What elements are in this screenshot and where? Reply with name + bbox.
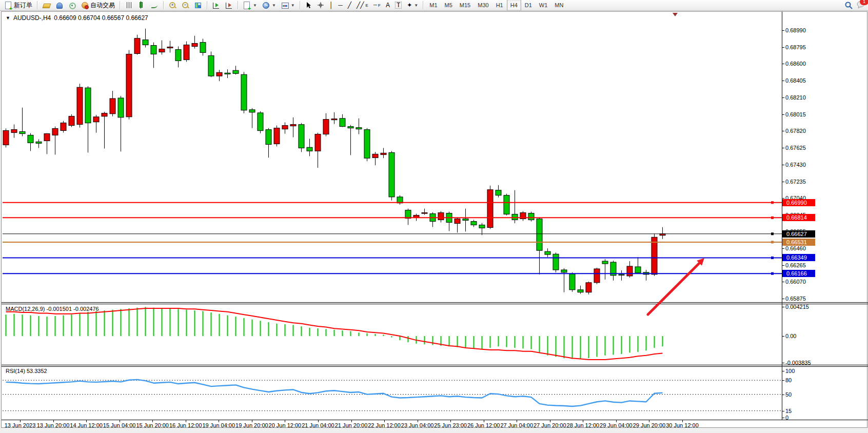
rsi-indicator-label: RSI(14) 53.3352 (6, 368, 47, 374)
candle-body-down (28, 135, 33, 143)
time-axis-label: 19 Jun 04:00 (202, 422, 235, 428)
timeframe-m15[interactable]: M15 (456, 0, 474, 11)
pane-separator-macd-rsi (2, 366, 868, 367)
timeframe-w1[interactable]: W1 (536, 0, 551, 11)
hline-icon: ─ (338, 2, 343, 8)
timeframe-m5[interactable]: M5 (441, 0, 456, 11)
hline-tool-button[interactable]: ─ (336, 1, 345, 10)
macd-tick-mark (782, 307, 784, 307)
candle-body-up (274, 128, 280, 144)
candle-body-up (102, 113, 107, 116)
candle-body-down (397, 197, 403, 203)
chart-shift-marker[interactable] (673, 13, 678, 16)
candle-body-down (258, 113, 263, 131)
candle-body-down (143, 40, 148, 45)
crosshair-icon (317, 2, 324, 9)
rsi-line (6, 380, 663, 406)
rsi-tick-mark (782, 395, 784, 395)
bar-chart-mode-button[interactable] (123, 1, 135, 10)
timeframe-h1[interactable]: H1 (492, 0, 507, 11)
timeframe-m30[interactable]: M30 (474, 0, 492, 11)
symbol-dropdown-icon[interactable]: ▼ (6, 15, 10, 21)
timeframe-m1[interactable]: M1 (426, 0, 441, 11)
community-button[interactable] (53, 1, 66, 10)
hline-handle[interactable] (771, 241, 774, 243)
time-axis-label: 22 Jun 12:00 (368, 422, 401, 428)
hline-handle[interactable] (771, 272, 774, 275)
hline-handle[interactable] (771, 232, 774, 235)
zoom-out-button[interactable]: − (179, 1, 192, 10)
timeframe-mn[interactable]: MN (551, 0, 567, 11)
price-tick-mark (782, 81, 784, 81)
hline-handle[interactable] (771, 201, 774, 204)
auto-scroll-icon (212, 2, 220, 9)
gold-icon (43, 2, 50, 9)
vline-tool-button[interactable]: │ (327, 1, 336, 10)
line-chart-mode-button[interactable] (148, 1, 161, 10)
crosshair-tool-button[interactable] (314, 1, 327, 10)
signals-button[interactable] (66, 1, 78, 10)
symbol-ohlc: 0.66609 0.66704 0.66567 0.66627 (54, 14, 148, 22)
candle-body-up (315, 134, 321, 151)
channel-icon: ╱╱ (357, 2, 364, 8)
timeframe-d1[interactable]: D1 (521, 0, 536, 11)
time-axis-label: 28 Jun 12:00 (567, 422, 600, 428)
rsi-tick-label: 80 (785, 377, 792, 384)
candle-body-down (233, 70, 239, 73)
notifications-button[interactable]: 1 (857, 1, 865, 9)
price-tick-mark (782, 299, 784, 299)
market-watch-button[interactable] (40, 1, 53, 10)
macd-tick-mark (782, 363, 784, 363)
fibonacci-tool-button[interactable]: ┄F (371, 1, 383, 10)
templates-button[interactable]: ▼ (279, 1, 298, 10)
chart-shift-button[interactable] (223, 1, 235, 10)
price-tick-mark (782, 64, 784, 64)
candle-body-up (372, 154, 378, 158)
candle-body-down (602, 261, 608, 264)
pane-separator-price-macd (2, 304, 868, 304)
indicators-button[interactable]: +▼ (241, 1, 260, 10)
candle-body-down (118, 98, 124, 117)
candle-body-up (126, 54, 132, 116)
price-tick-mark (782, 248, 784, 249)
autotrading-button[interactable]: 自动交易 (78, 1, 117, 10)
price-tick-mark (782, 282, 784, 282)
price-tick-label: 0.68600 (785, 61, 806, 67)
notification-badge: 1 (860, 0, 868, 5)
chart-window[interactable]: ▼ AUDUSD-,H4 0.66609 0.66704 0.66567 0.6… (1, 11, 867, 428)
cursor-tool-button[interactable] (303, 1, 314, 10)
candle-body-down (241, 74, 247, 110)
new-order-button[interactable]: + 新订单 (2, 1, 35, 10)
rsi-tick-label: 50 (785, 391, 792, 398)
channel-tool-button[interactable]: ╱╱E (354, 1, 371, 10)
fibonacci-icon: ┄ (373, 2, 377, 8)
time-axis-label: 30 Jun 12:00 (666, 422, 699, 428)
candle-chart-mode-button[interactable] (135, 1, 148, 10)
candle-body-up (3, 130, 9, 145)
periods-button[interactable]: ▼ (260, 1, 279, 10)
hline-handle[interactable] (771, 216, 774, 219)
timeframe-h4[interactable]: H4 (507, 0, 521, 11)
candle-body-down (471, 222, 477, 225)
candle-body-down (553, 254, 559, 270)
text-tool-button[interactable]: A (383, 1, 392, 10)
candle-body-down (479, 225, 485, 228)
time-axis-label: 14 Jun 12:00 (70, 422, 103, 428)
auto-scroll-button[interactable] (210, 1, 223, 10)
candle-body-down (561, 270, 567, 272)
new-order-icon: + (5, 2, 12, 9)
trendline-tool-button[interactable]: ╱ (345, 1, 354, 10)
annotation-arrow-head[interactable] (697, 258, 704, 266)
text-label-tool-button[interactable]: T (392, 1, 404, 10)
price-tick-label: 0.68015 (785, 111, 806, 118)
hline-handle[interactable] (771, 257, 774, 259)
chart-shift-icon (225, 2, 233, 9)
price-tick-label: 0.67820 (785, 128, 806, 134)
time-axis-label: 13 Jun 20:00 (37, 422, 70, 428)
annotation-arrow-shaft[interactable] (648, 263, 699, 314)
chart-title: ▼ AUDUSD-,H4 0.66609 0.66704 0.66567 0.6… (6, 14, 148, 22)
search-icon[interactable] (845, 2, 853, 9)
zoom-in-button[interactable]: + (166, 1, 179, 10)
tile-windows-button[interactable] (192, 1, 205, 10)
arrows-tool-button[interactable]: ✦▼ (404, 1, 421, 10)
